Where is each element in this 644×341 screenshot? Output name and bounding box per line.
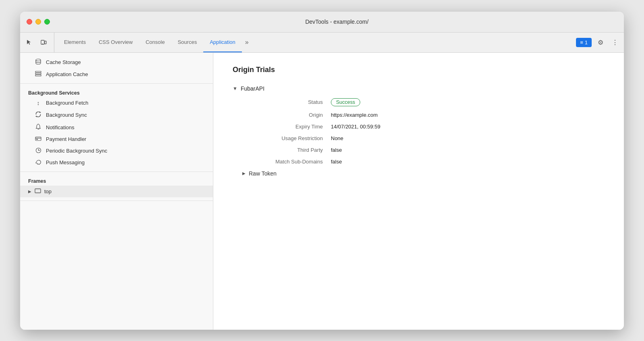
usage-restriction-value: None bbox=[331, 135, 343, 141]
notifications-icon bbox=[35, 124, 42, 131]
titlebar: DevTools - example.com/ bbox=[20, 12, 624, 33]
push-messaging-label: Push Messaging bbox=[46, 159, 85, 165]
application-cache-label: Application Cache bbox=[46, 71, 88, 77]
svg-rect-4 bbox=[35, 71, 41, 72]
cache-storage-label: Cache Storage bbox=[46, 59, 81, 65]
background-services-header: Background Services bbox=[20, 87, 213, 97]
api-header[interactable]: ▼ FubarAPI bbox=[233, 84, 605, 93]
svg-rect-13 bbox=[35, 189, 41, 193]
background-sync-icon bbox=[35, 111, 42, 119]
sidebar-storage-section: Cache Storage Application Cache bbox=[20, 53, 213, 84]
cursor-icon[interactable] bbox=[23, 37, 35, 48]
page-title: Origin Trials bbox=[233, 66, 605, 74]
device-icon[interactable] bbox=[38, 37, 49, 48]
sidebar-item-periodic-background-sync[interactable]: Periodic Background Sync bbox=[20, 145, 213, 157]
third-party-value: false bbox=[331, 147, 342, 153]
top-frame-arrow: ▶ bbox=[28, 189, 31, 194]
api-name: FubarAPI bbox=[241, 85, 264, 92]
top-frame-label: top bbox=[44, 188, 52, 194]
payment-handler-icon bbox=[35, 136, 42, 143]
sidebar-item-payment-handler[interactable]: Payment Handler bbox=[20, 134, 213, 145]
status-label: Status bbox=[242, 99, 331, 105]
frames-header: Frames bbox=[20, 175, 213, 186]
usage-restriction-row: Usage Restriction None bbox=[242, 135, 605, 141]
raw-token-expand-icon: ▶ bbox=[242, 171, 246, 176]
issues-icon: ≡ bbox=[580, 39, 583, 45]
close-button[interactable] bbox=[27, 19, 32, 25]
issues-badge-button[interactable]: ≡ 1 bbox=[576, 38, 592, 47]
status-value: Success bbox=[331, 98, 360, 106]
tab-more[interactable]: » bbox=[242, 33, 252, 52]
settings-button[interactable]: ⚙ bbox=[595, 37, 606, 48]
match-sub-row: Match Sub-Domains false bbox=[242, 159, 605, 165]
sidebar-background-services-section: Background Services ↕ Background Fetch bbox=[20, 84, 213, 172]
background-fetch-label: Background Fetch bbox=[46, 100, 89, 106]
sidebar-frames-section: Frames ▶ top bbox=[20, 172, 213, 201]
svg-rect-9 bbox=[36, 139, 38, 140]
api-expand-icon: ▼ bbox=[233, 86, 237, 91]
raw-token-header[interactable]: ▶ Raw Token bbox=[242, 170, 605, 177]
issues-count: 1 bbox=[585, 39, 588, 45]
match-sub-label: Match Sub-Domains bbox=[242, 159, 331, 165]
cache-storage-icon bbox=[35, 58, 42, 66]
sidebar-item-cache-storage[interactable]: Cache Storage bbox=[20, 56, 213, 68]
sidebar-item-notifications[interactable]: Notifications bbox=[20, 121, 213, 134]
origin-value: https://example.com bbox=[331, 112, 378, 118]
svg-rect-1 bbox=[45, 41, 46, 44]
svg-rect-7 bbox=[35, 137, 41, 141]
tab-application[interactable]: Application bbox=[203, 33, 242, 52]
background-fetch-icon: ↕ bbox=[35, 100, 42, 106]
minimize-button[interactable] bbox=[35, 19, 41, 25]
match-sub-value: false bbox=[331, 159, 342, 165]
traffic-lights bbox=[27, 19, 50, 25]
devtools-window: DevTools - example.com/ Elements CSS Ove… bbox=[20, 12, 624, 330]
api-section: ▼ FubarAPI Status Success Origin https:/… bbox=[233, 84, 605, 177]
application-cache-icon bbox=[35, 71, 42, 78]
toolbar-icons bbox=[23, 33, 54, 52]
expiry-label: Expiry Time bbox=[242, 124, 331, 130]
tabbar-right: ≡ 1 ⚙ ⋮ bbox=[573, 33, 621, 52]
tab-console[interactable]: Console bbox=[139, 33, 171, 52]
status-row: Status Success bbox=[242, 98, 605, 106]
periodic-background-sync-icon bbox=[35, 147, 42, 155]
payment-handler-label: Payment Handler bbox=[46, 136, 86, 142]
tab-sources[interactable]: Sources bbox=[171, 33, 203, 52]
svg-point-3 bbox=[36, 59, 41, 61]
origin-row: Origin https://example.com bbox=[242, 112, 605, 118]
status-badge: Success bbox=[331, 98, 360, 106]
window-title: DevTools - example.com/ bbox=[56, 19, 617, 25]
more-options-button[interactable]: ⋮ bbox=[609, 37, 621, 48]
sidebar-item-background-sync[interactable]: Background Sync bbox=[20, 109, 213, 121]
main-area: Cache Storage Application Cache Backgrou bbox=[20, 53, 624, 330]
expiry-row: Expiry Time 14/07/2021, 00:59:59 bbox=[242, 124, 605, 130]
sidebar-item-application-cache[interactable]: Application Cache bbox=[20, 68, 213, 80]
usage-restriction-label: Usage Restriction bbox=[242, 135, 331, 141]
third-party-label: Third Party bbox=[242, 147, 331, 153]
tab-list: Elements CSS Overview Console Sources Ap… bbox=[58, 33, 573, 52]
origin-label: Origin bbox=[242, 112, 331, 118]
sidebar-item-top[interactable]: ▶ top bbox=[20, 186, 213, 197]
sidebar-item-background-fetch[interactable]: ↕ Background Fetch bbox=[20, 97, 213, 109]
expiry-value: 14/07/2021, 00:59:59 bbox=[331, 124, 380, 130]
top-frame-icon bbox=[35, 188, 41, 195]
sidebar-item-push-messaging[interactable]: Push Messaging bbox=[20, 157, 213, 168]
notifications-label: Notifications bbox=[46, 124, 74, 130]
maximize-button[interactable] bbox=[44, 19, 50, 25]
svg-rect-6 bbox=[35, 75, 41, 76]
tabbar: Elements CSS Overview Console Sources Ap… bbox=[20, 33, 624, 53]
svg-rect-5 bbox=[35, 73, 41, 74]
push-messaging-icon bbox=[35, 159, 42, 166]
background-sync-label: Background Sync bbox=[46, 112, 87, 118]
periodic-background-sync-label: Periodic Background Sync bbox=[46, 148, 107, 154]
tab-elements[interactable]: Elements bbox=[58, 33, 92, 52]
raw-token-label: Raw Token bbox=[249, 170, 277, 177]
tab-css-overview[interactable]: CSS Overview bbox=[92, 33, 139, 52]
sidebar: Cache Storage Application Cache Backgrou bbox=[20, 53, 213, 330]
content-panel: Origin Trials ▼ FubarAPI Status Success … bbox=[213, 53, 624, 330]
third-party-row: Third Party false bbox=[242, 147, 605, 153]
api-details: Status Success Origin https://example.co… bbox=[242, 98, 605, 177]
